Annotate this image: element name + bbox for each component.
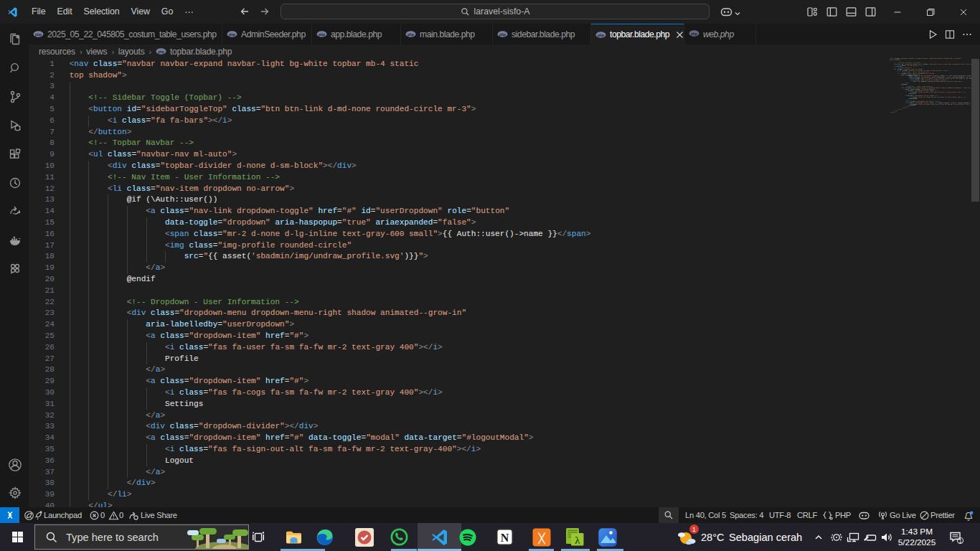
svg-text:php: php [319,32,325,37]
svg-text:php: php [35,32,42,37]
svg-text:1: 1 [958,537,962,544]
svg-text:php: php [158,50,164,54]
svg-text:N: N [501,532,509,544]
svg-text:php: php [598,32,604,37]
svg-text:php: php [691,31,697,35]
svg-text:php: php [407,32,414,37]
svg-text:λ: λ [575,534,580,546]
svg-text:ᚷ: ᚷ [537,531,546,545]
svg-text:php: php [229,32,235,37]
svg-text:php: php [499,32,506,37]
